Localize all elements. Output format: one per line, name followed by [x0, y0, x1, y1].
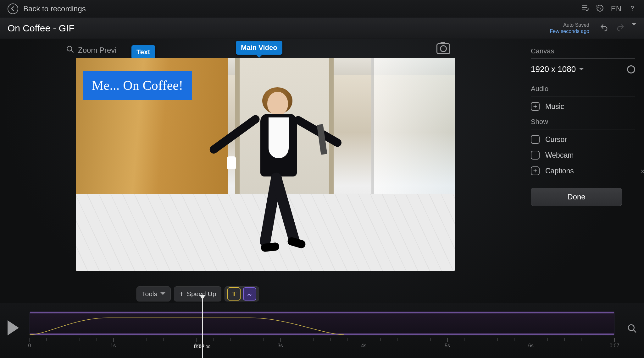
speed-up-button[interactable]: +Speed Up [174, 286, 221, 301]
checkbox-icon [531, 151, 540, 160]
language-select[interactable]: EN [611, 4, 621, 13]
toggle-cursor[interactable]: Cursor [531, 135, 635, 144]
done-button[interactable]: Done [531, 188, 622, 206]
timeline-track[interactable] [30, 312, 614, 335]
tooltip-text-overlay: Text [131, 45, 155, 59]
canvas-size-select[interactable]: 1920 x 1080 [531, 64, 584, 74]
redo-button [615, 23, 626, 33]
timeline-ruler: 01s2s3s4s5s6s0:07 [30, 338, 614, 349]
checklist-icon[interactable] [581, 4, 589, 14]
video-subject [250, 92, 307, 255]
toggle-webcam[interactable]: Webcam [531, 151, 635, 160]
help-icon[interactable] [628, 4, 636, 14]
undo-button[interactable] [599, 23, 609, 33]
ruler-tick-label: 5s [445, 343, 450, 349]
zoom-icon[interactable] [66, 45, 74, 55]
ruler-tick-label: 0:07 [609, 343, 619, 349]
show-section-header: Show [531, 118, 635, 129]
tools-menu[interactable]: Tools [136, 286, 171, 301]
timeline-area[interactable]: 01s2s3s4s5s6s0:07 0:02.00 [30, 303, 633, 358]
sidebar-expand-handle[interactable]: » [641, 166, 643, 176]
add-captions[interactable]: Captions [531, 166, 635, 175]
zoom-preview-label[interactable]: Zoom Previ [78, 46, 117, 55]
tooltip-main-video: Main Video [236, 41, 282, 55]
ruler-tick-label: 1s [110, 343, 116, 349]
ruler-tick-label: 4s [361, 343, 366, 349]
checkbox-icon [531, 135, 540, 144]
play-button[interactable] [8, 320, 19, 335]
playhead-time-label: 0:02.00 [194, 344, 210, 350]
plus-icon [531, 166, 540, 175]
add-music[interactable]: Music [531, 102, 635, 111]
audio-section-header: Audio [531, 85, 635, 96]
autosave-status: Auto Saved Few seconds ago [550, 22, 589, 35]
canvas-section-header: Canvas [531, 47, 635, 59]
back-to-recordings[interactable]: Back to recordings [8, 3, 86, 14]
history-icon[interactable] [596, 4, 604, 14]
back-label: Back to recordings [23, 4, 86, 13]
chevron-down-icon [579, 68, 584, 73]
ruler-tick-label: 6s [528, 343, 534, 349]
video-preview-canvas[interactable]: Me... On Coffee! [76, 58, 455, 271]
text-overlay-tool[interactable]: T [227, 287, 241, 301]
snapshot-icon[interactable] [436, 43, 450, 54]
project-title[interactable]: On Coffee - GIF [8, 23, 75, 34]
svg-point-0 [632, 10, 632, 11]
pointer-overlay-tool[interactable] [243, 287, 256, 301]
ruler-tick-label: 3s [278, 343, 283, 349]
back-arrow-icon [8, 3, 18, 14]
overlay-tool-group: T [225, 286, 259, 301]
canvas-bgcolor-swatch[interactable] [627, 65, 635, 73]
plus-icon [531, 102, 540, 111]
more-menu[interactable] [631, 25, 636, 31]
video-text-overlay[interactable]: Me... On Coffee! [83, 71, 192, 100]
timeline-zoom-icon[interactable] [627, 323, 637, 335]
chevron-down-icon [160, 292, 165, 297]
ruler-tick-label: 0 [28, 343, 31, 349]
